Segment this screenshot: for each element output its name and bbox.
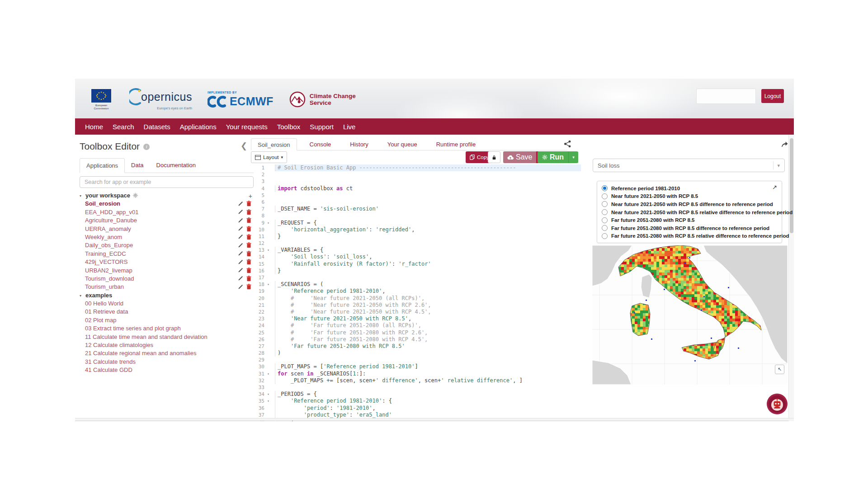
radio-icon[interactable] [602,193,608,199]
code-line-29[interactable]: 29 [251,357,581,363]
nav-item-live[interactable]: Live [343,123,356,131]
fold-arrow-icon[interactable]: ▾ [267,371,269,377]
workspace-item-tourism-download[interactable]: Tourism_download [80,275,134,282]
save-button[interactable]: Save [503,151,536,163]
code-line-27[interactable]: 27 'Far future 2051-2080 with RCP 8.5' [251,343,581,350]
workspace-item-uerra-anomaly[interactable]: UERRA_anomaly [80,225,131,232]
plot-option-near-future-2021-2050-with-rcp-8-5[interactable]: Near future 2021-2050 with RCP 8.5 [602,192,777,201]
nav-item-toolbox[interactable]: Toolbox [277,123,301,131]
edit-pencil-icon[interactable] [238,243,243,248]
workspace-item-training-ecdc[interactable]: Training_ECDC [80,250,126,257]
open-plot-arrow-icon[interactable]: ↗ [772,184,777,191]
tree-caret-icon[interactable]: ▾ [80,194,81,198]
example-item-12-calculate-climatologies[interactable]: 12 Calculate climatologies [80,342,153,348]
edit-pencil-icon[interactable] [238,226,243,231]
plot-option-far-future-2051-2080-with-rcp-8-5-difference-to-reference-period[interactable]: Far future 2051-2080 with RCP 8.5 differ… [602,224,777,232]
fold-arrow-icon[interactable]: ▾ [267,391,269,398]
code-line-13[interactable]: 13▾_VARIABLES = { [251,247,581,253]
nav-item-search[interactable]: Search [113,123,134,131]
workspace-item-eea-hdd-app-v01[interactable]: EEA_HDD_app_v01 [80,209,139,216]
export-arrow-icon[interactable] [781,141,788,150]
workspace-item-weekly-anom[interactable]: Weekly_anom [80,234,122,240]
radio-icon[interactable] [602,201,608,207]
gear-icon[interactable] [133,193,138,198]
example-item-01-retrieve-data[interactable]: 01 Retrieve data [80,308,128,315]
code-line-18[interactable]: 18▾_SCENARIOS = ( [251,281,581,288]
fold-arrow-icon[interactable]: ▾ [267,281,269,288]
fold-arrow-icon[interactable]: ▾ [267,220,269,226]
code-line-22[interactable]: 22 # 'Near future 2021-2050 with RCP 4.5… [251,309,581,315]
logout-button[interactable]: Logout [761,89,784,103]
example-item-31-calculate-trends[interactable]: 31 Calculate trends [80,358,136,365]
tab-data[interactable]: Data [125,158,150,173]
code-line-5[interactable]: 5 [251,192,581,199]
plot-option-reference-period-1981-2010[interactable]: Reference period 1981-2010 [602,184,777,192]
search-input[interactable] [80,176,254,188]
layout-button[interactable]: Layout▾ [251,151,287,163]
example-item-11-calculate-time-mean-and-standard-deviation[interactable]: 11 Calculate time mean and standard devi… [80,333,208,340]
code-line-17[interactable]: 17 [251,274,581,281]
code-line-3[interactable]: 3 [251,178,581,185]
header-search-box[interactable] [696,89,756,104]
code-line-15[interactable]: 15 'Rainfall erosivity (R factor)': 'r_f… [251,261,581,267]
code-line-14[interactable]: 14 'Soil loss': 'soil_loss', [251,253,581,260]
code-line-23[interactable]: 23 'Near future 2021-2050 with RCP 8.5', [251,315,581,322]
code-line-16[interactable]: 16} [251,267,581,274]
nav-item-your-requests[interactable]: Your requests [226,123,268,131]
code-line-2[interactable]: 2 [251,171,581,178]
code-line-20[interactable]: 20 # 'Near future 2021-2050 (all RCPs)', [251,295,581,302]
horizontal-scrollbar[interactable] [75,418,794,421]
workspace-item-429j-vectors[interactable]: 429j_VECTORS [80,258,127,265]
code-line-34[interactable]: 34▾_PERIODS = { [251,391,581,398]
edit-pencil-icon[interactable] [238,218,243,223]
edit-pencil-icon[interactable] [238,209,243,215]
chatbot-avatar[interactable] [766,393,788,415]
variable-select[interactable]: Soil loss ▾ [593,159,785,172]
soil-loss-map[interactable] [592,245,788,385]
code-line-35[interactable]: 35▾ 'Reference period 1981-2010': { [251,398,581,404]
code-line-19[interactable]: 19 'Reference period 1981-2010', [251,288,581,295]
run-dropdown-caret[interactable]: ▾ [568,151,578,163]
plot-option-near-future-2021-2050-with-rcp-8-5-difference-to-reference-period[interactable]: Near future 2021-2050 with RCP 8.5 diffe… [602,200,777,208]
code-line-8[interactable]: 8 [251,212,581,219]
tab-documentation[interactable]: Documentation [150,158,202,173]
example-item-21-calculate-regional-mean-and-anomalies[interactable]: 21 Calculate regional mean and anomalies [80,350,196,357]
example-item-41-calculate-gdd[interactable]: 41 Calculate GDD [80,366,132,373]
radio-icon[interactable] [602,225,608,231]
workspace-item-soil-erosion[interactable]: Soil_erosion [80,200,120,207]
plot-option-far-future-2051-2080-with-rcp-8-5-relative-difference-to-reference-period[interactable]: Far future 2051-2080 with RCP 8.5 relati… [602,232,777,240]
editor-tab-console[interactable]: Console [303,138,338,150]
edit-pencil-icon[interactable] [238,284,243,290]
code-line-36[interactable]: 36 'period': '1981-2010', [251,405,581,412]
edit-pencil-icon[interactable] [238,276,243,281]
sidebar-collapse-chevron-icon[interactable]: ❮ [241,141,247,151]
code-line-25[interactable]: 25 # 'Far future 2051-2080 with RCP 2.6'… [251,329,581,336]
code-line-6[interactable]: 6 [251,199,581,206]
code-line-37[interactable]: 37 'product_type': 'era5_land' [251,412,581,418]
code-line-32[interactable]: 32 _PLOT_MAPS += [scen, scen+' differenc… [251,377,581,384]
code-line-33[interactable]: 33 [251,384,581,391]
workspace-item-tourism-urban[interactable]: Tourism_urban [80,283,124,290]
radio-icon[interactable] [602,209,608,215]
workspace-item-daily-obs-europe[interactable]: Daily_obs_Europe [80,242,133,249]
code-line-9[interactable]: 9▾_REQUEST = { [251,220,581,226]
code-line-28[interactable]: 28) [251,350,581,357]
example-item-00-hello-world[interactable]: 00 Hello World [80,300,123,307]
code-line-7[interactable]: 7_DSET_NAME = 'sis-soil-erosion' [251,206,581,212]
workspace-item-urban2-livemap[interactable]: URBAN2_livemap [80,267,132,274]
edit-pencil-icon[interactable] [238,201,243,206]
map-reset-button[interactable]: ↖ [775,365,784,374]
radio-icon[interactable] [602,217,608,223]
run-button[interactable]: Run [538,151,568,163]
nav-item-datasets[interactable]: Datasets [144,123,170,131]
editor-tab-your-queue[interactable]: Your queue [381,138,424,150]
editor-tab-history[interactable]: History [344,138,374,150]
lock-button[interactable] [488,151,500,163]
code-line-4[interactable]: 4import cdstoolbox as ct [251,185,581,192]
radio-icon[interactable] [602,233,608,239]
code-line-10[interactable]: 10 'horizontal_aggregation': 'regridded'… [251,226,581,233]
example-item-02-plot-map[interactable]: 02 Plot map [80,317,116,324]
fold-arrow-icon[interactable]: ▾ [267,247,269,253]
nav-item-home[interactable]: Home [85,123,103,131]
tab-applications[interactable]: Applications [80,158,125,173]
